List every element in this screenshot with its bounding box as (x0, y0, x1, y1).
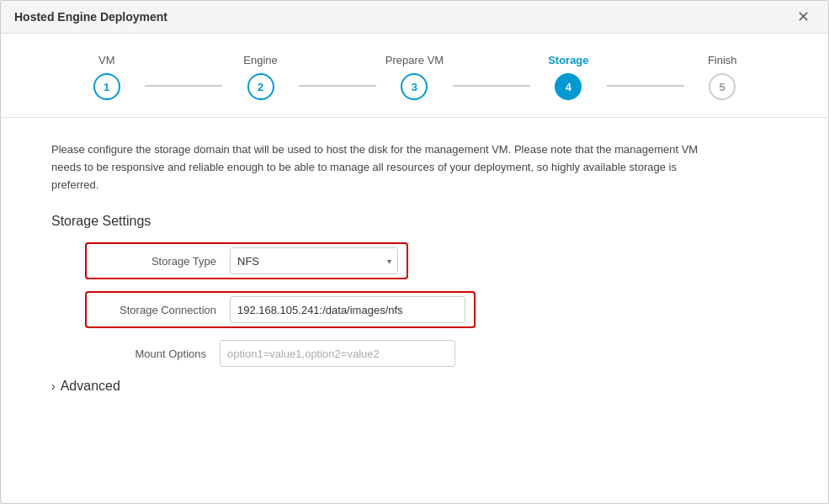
steps-container: VM 1 Engine 2 Prepare VM 3 Storage 4 (1, 34, 828, 118)
connector-4-5 (607, 85, 683, 87)
mount-options-input[interactable] (220, 340, 455, 367)
step-1: VM 1 (68, 54, 145, 100)
storage-type-control: NFS iSCSI FC GlusterFS ▾ (230, 247, 398, 274)
connector-2-3 (299, 85, 375, 87)
connector-3-4 (453, 85, 529, 87)
dialog-header: Hosted Engine Deployment ✕ (1, 1, 828, 34)
storage-type-row: Storage Type NFS iSCSI FC GlusterFS ▾ (85, 242, 408, 279)
storage-type-label: Storage Type (95, 255, 230, 268)
description-text: Please configure the storage domain that… (51, 141, 725, 194)
storage-type-select[interactable]: NFS iSCSI FC GlusterFS (230, 247, 398, 274)
step-3-label: Prepare VM (385, 54, 444, 66)
storage-connection-label: Storage Connection (95, 304, 230, 316)
hosted-engine-dialog: Hosted Engine Deployment ✕ VM 1 Engine 2… (0, 0, 829, 504)
step-3: Prepare VM 3 (376, 54, 453, 100)
dialog-title: Hosted Engine Deployment (14, 10, 167, 24)
step-5-label: Finish (708, 54, 737, 66)
storage-connection-row: Storage Connection (85, 291, 476, 328)
step-1-circle: 1 (93, 73, 120, 100)
advanced-label: Advanced (61, 379, 120, 394)
step-3-circle: 3 (401, 73, 428, 100)
connector-1-2 (145, 85, 221, 87)
step-4-circle: 4 (555, 73, 582, 100)
step-4-label: Storage (548, 54, 588, 66)
step-2-circle: 2 (247, 73, 274, 100)
step-1-label: VM (98, 54, 115, 66)
storage-connection-input[interactable] (230, 296, 465, 323)
step-4: Storage 4 (530, 54, 607, 100)
step-5-circle: 5 (709, 73, 736, 100)
mount-options-row: Mount Options (85, 340, 778, 367)
step-5: Finish 5 (684, 54, 761, 100)
chevron-right-icon: › (51, 379, 56, 393)
close-button[interactable]: ✕ (792, 8, 815, 26)
storage-form: Storage Type NFS iSCSI FC GlusterFS ▾ St… (85, 242, 778, 367)
step-2-label: Engine (243, 54, 277, 66)
dialog-content: Please configure the storage domain that… (1, 118, 828, 503)
storage-settings-title: Storage Settings (51, 214, 778, 229)
step-2: Engine 2 (222, 54, 299, 100)
mount-options-label: Mount Options (85, 347, 220, 360)
advanced-section[interactable]: › Advanced (51, 379, 778, 394)
